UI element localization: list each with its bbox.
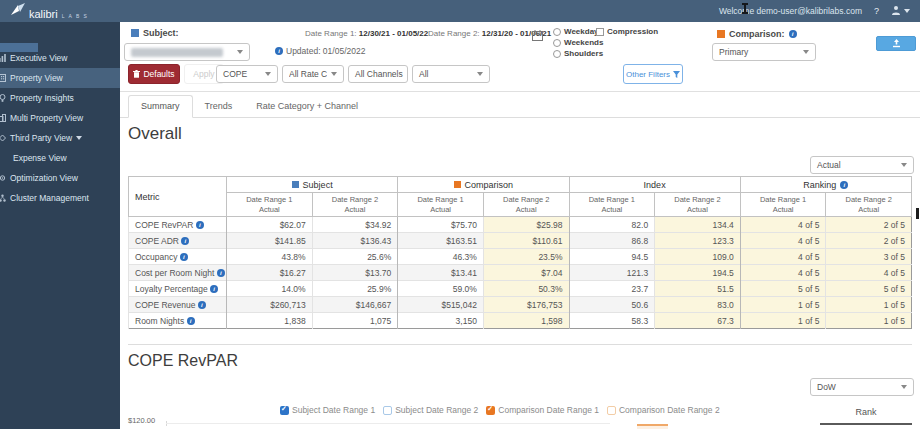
table-row: Occupancy 43.8% 25.6% 46.3% 23.5% 94.5 1… — [129, 249, 912, 265]
sidebar-item-optimization-view[interactable]: Optimization View — [0, 168, 120, 188]
metric-cell: Room Nights — [129, 313, 227, 329]
top-bar: kalibri L A B S Welcome demo-user@kalibr… — [0, 0, 920, 22]
y-axis-tick: $120.00 — [128, 416, 155, 425]
value-cell: 1,838 — [227, 313, 313, 329]
chevron-down-icon — [803, 50, 809, 54]
sidebar-item-property-view[interactable]: Property View — [0, 68, 120, 88]
help-button[interactable]: ? — [874, 6, 879, 16]
checkbox-icon[interactable] — [596, 28, 604, 36]
sidebar-item-executive-view[interactable]: Executive View — [0, 48, 120, 68]
chart-bar-stub — [637, 424, 668, 429]
calendar-icon[interactable] — [532, 27, 543, 45]
value-cell: $16.27 — [227, 265, 313, 281]
legend-comparison-range2[interactable]: Comparison Date Range 2 — [607, 405, 720, 415]
user-menu[interactable] — [891, 5, 910, 17]
rank-toggle[interactable]: Rank — [820, 407, 912, 425]
info-icon[interactable] — [210, 285, 218, 293]
info-icon[interactable] — [789, 30, 797, 38]
radio-icon[interactable] — [553, 28, 561, 36]
value-cell: 2 of 5 — [826, 233, 912, 249]
other-filters-button[interactable]: Other Filters — [623, 64, 683, 84]
value-cell: 121.3 — [569, 265, 655, 281]
user-icon — [891, 5, 901, 17]
segment-select[interactable]: All — [412, 65, 490, 83]
value-cell: 59.0% — [398, 281, 484, 297]
subheader: Date Range 2Actual — [483, 193, 569, 217]
rate-category-select[interactable]: All Rate Category — [282, 65, 344, 83]
shoulders-radio[interactable]: Shoulders — [553, 49, 603, 58]
comparison-color-swatch — [717, 30, 725, 38]
sidebar-item-multi-property-view[interactable]: Multi Property View — [0, 108, 120, 128]
chart-gridline — [166, 423, 610, 424]
table-row: COPE ADR $141.85 $136.43 $163.51 $110.61… — [129, 233, 912, 249]
info-icon[interactable] — [217, 269, 225, 277]
radio-icon[interactable] — [553, 39, 561, 47]
chevron-down-icon — [901, 163, 907, 167]
value-cell: $62.07 — [227, 217, 313, 233]
info-icon[interactable] — [181, 237, 189, 245]
value-cell: 5 of 5 — [826, 281, 912, 297]
subheader: Date Range 2Actual — [312, 193, 398, 217]
sidebar-item-property-insights[interactable]: Property Insights — [0, 88, 120, 108]
value-cell: 5 of 5 — [740, 281, 826, 297]
subject-select[interactable] — [124, 43, 250, 61]
value-cell: $176,753 — [483, 297, 569, 313]
subheader: Date Range 1Actual — [398, 193, 484, 217]
subheader: Date Range 2Actual — [826, 193, 912, 217]
value-cell: 1 of 5 — [740, 297, 826, 313]
kalibri-logo[interactable]: kalibri L A B S — [10, 2, 88, 20]
value-cell: 4 of 5 — [740, 249, 826, 265]
weekends-radio[interactable]: Weekends — [553, 38, 603, 47]
value-cell: 50.3% — [483, 281, 569, 297]
dow-select[interactable]: DoW — [810, 378, 914, 396]
chevron-down-icon — [904, 9, 910, 13]
sidebar-item-third-party-view[interactable]: Third Party View — [0, 128, 120, 148]
value-cell: $163.51 — [398, 233, 484, 249]
third-party-view-icon — [0, 134, 6, 144]
cope-select[interactable]: COPE — [216, 65, 278, 83]
value-cell: 4 of 5 — [740, 265, 826, 281]
tab-trends[interactable]: Trends — [193, 96, 245, 117]
tab-summary[interactable]: Summary — [128, 95, 193, 118]
value-cell: $136.43 — [312, 233, 398, 249]
value-cell: $146,667 — [312, 297, 398, 313]
actual-select[interactable]: Actual — [810, 156, 914, 174]
info-icon[interactable] — [840, 181, 848, 189]
legend-comparison-range1[interactable]: Comparison Date Range 1 — [486, 405, 599, 415]
info-icon[interactable] — [187, 317, 195, 325]
divider — [120, 91, 920, 92]
cursor-artifact — [916, 208, 919, 219]
tab-rate-category-channel[interactable]: Rate Category + Channel — [244, 96, 370, 117]
subheader: Date Range 1Actual — [227, 193, 313, 217]
value-cell: 25.6% — [312, 249, 398, 265]
legend-subject-range1[interactable]: Subject Date Range 1 — [280, 405, 375, 415]
sidebar-item-cluster-management[interactable]: Cluster Management — [0, 188, 120, 208]
legend-subject-range2[interactable]: Subject Date Range 2 — [383, 405, 478, 415]
info-icon[interactable] — [180, 253, 188, 261]
value-cell: 94.5 — [569, 249, 655, 265]
channels-select[interactable]: All Channels — [348, 65, 408, 83]
brand-suffix: L A B S — [62, 14, 89, 19]
info-icon[interactable] — [198, 301, 206, 309]
metric-cell: Occupancy — [129, 249, 227, 265]
checkbox-unchecked-icon[interactable] — [607, 406, 616, 415]
radio-icon[interactable] — [553, 50, 561, 58]
comparison-color-swatch — [454, 181, 461, 188]
export-button[interactable] — [876, 36, 916, 51]
value-cell: 23.7 — [569, 281, 655, 297]
sidebar-item-expense-view[interactable]: Expense View — [0, 148, 120, 168]
info-icon — [275, 47, 283, 55]
value-cell: 51.5 — [655, 281, 741, 297]
checkbox-unchecked-icon[interactable] — [383, 406, 392, 415]
value-cell: $7.04 — [483, 265, 569, 281]
value-cell: $13.41 — [398, 265, 484, 281]
comparison-group-header: Comparison — [398, 177, 569, 193]
value-cell: $110.61 — [483, 233, 569, 249]
info-icon[interactable] — [196, 221, 204, 229]
value-cell: 46.3% — [398, 249, 484, 265]
compression-checkbox[interactable]: Compression — [596, 27, 658, 36]
comparison-select[interactable]: Primary — [712, 43, 816, 61]
checkbox-checked-icon[interactable] — [280, 406, 289, 415]
defaults-button[interactable]: Defaults — [128, 64, 180, 84]
checkbox-checked-icon[interactable] — [486, 406, 495, 415]
